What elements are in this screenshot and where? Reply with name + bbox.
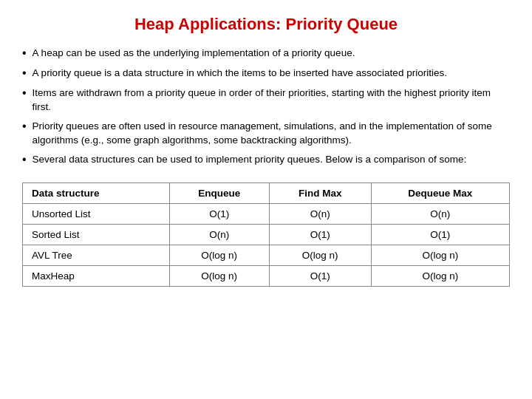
bullet-item-2: Items are withdrawn from a priority queu… bbox=[22, 86, 510, 115]
bullet-list: A heap can be used as the underlying imp… bbox=[22, 46, 510, 168]
bullet-item-0: A heap can be used as the underlying imp… bbox=[22, 46, 510, 61]
cell-0-0: Unsorted List bbox=[23, 203, 170, 224]
cell-0-3: O(n) bbox=[371, 203, 509, 224]
comparison-table: Data structureEnqueueFind MaxDequeue Max… bbox=[22, 183, 510, 287]
cell-2-2: O(log n) bbox=[269, 245, 371, 265]
cell-1-2: O(1) bbox=[269, 224, 371, 245]
cell-3-2: O(1) bbox=[269, 265, 371, 286]
cell-0-2: O(n) bbox=[269, 203, 371, 224]
col-header-2: Find Max bbox=[269, 183, 371, 203]
col-header-0: Data structure bbox=[23, 183, 170, 203]
table-row: MaxHeapO(log n)O(1)O(log n) bbox=[23, 265, 510, 286]
cell-2-1: O(log n) bbox=[169, 245, 269, 265]
cell-0-1: O(1) bbox=[169, 203, 269, 224]
bullet-item-4: Several data structures can be used to i… bbox=[22, 152, 510, 168]
cell-3-1: O(log n) bbox=[169, 265, 269, 286]
cell-2-3: O(log n) bbox=[371, 245, 509, 265]
table-row: Unsorted ListO(1)O(n)O(n) bbox=[23, 203, 510, 224]
table-row: AVL TreeO(log n)O(log n)O(log n) bbox=[23, 245, 510, 265]
col-header-1: Enqueue bbox=[169, 183, 269, 203]
table-header: Data structureEnqueueFind MaxDequeue Max bbox=[23, 183, 510, 203]
table-row: Sorted ListO(n)O(1)O(1) bbox=[23, 224, 510, 245]
cell-1-3: O(1) bbox=[371, 224, 509, 245]
cell-3-0: MaxHeap bbox=[23, 265, 170, 286]
table-body: Unsorted ListO(1)O(n)O(n)Sorted ListO(n)… bbox=[23, 203, 510, 286]
bullet-item-1: A priority queue is a data structure in … bbox=[22, 66, 510, 81]
cell-2-0: AVL Tree bbox=[23, 245, 170, 265]
cell-1-1: O(n) bbox=[169, 224, 269, 245]
header-row: Data structureEnqueueFind MaxDequeue Max bbox=[23, 183, 510, 203]
cell-3-3: O(log n) bbox=[371, 265, 509, 286]
page-title: Heap Applications: Priority Queue bbox=[22, 15, 510, 34]
cell-1-0: Sorted List bbox=[23, 224, 170, 245]
bullet-item-3: Priority queues are often used in resour… bbox=[22, 119, 510, 148]
page: Heap Applications: Priority Queue A heap… bbox=[0, 0, 532, 399]
col-header-3: Dequeue Max bbox=[371, 183, 509, 203]
